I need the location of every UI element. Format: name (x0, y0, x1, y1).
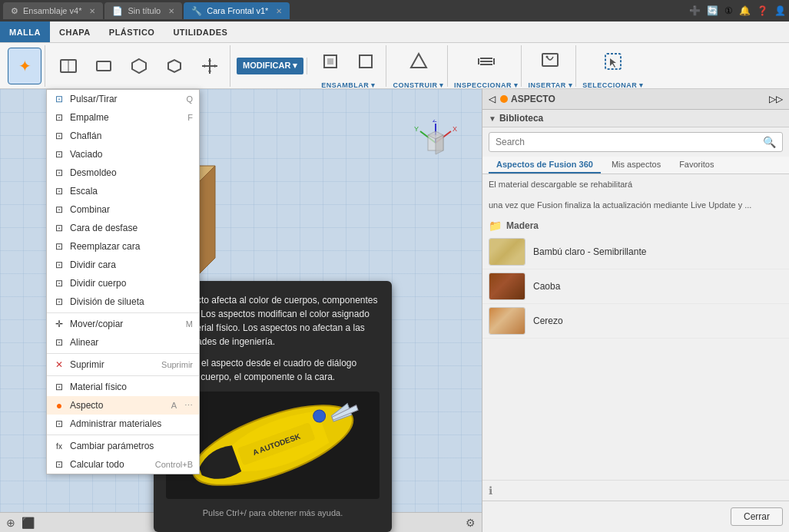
tab-favoritos[interactable]: Favoritos (671, 157, 721, 173)
status-btn-1[interactable]: ⊕ (6, 517, 15, 529)
material-name-cerezo: Cerezo (533, 316, 563, 326)
refresh-icon[interactable]: 🔄 (707, 5, 718, 16)
tab-fusion360[interactable]: Aspectos de Fusion 360 (489, 157, 601, 173)
dropdown-item-calcular-todo[interactable]: ⊡ Calcular todo Control+B (47, 455, 199, 474)
tool-btn-2[interactable] (87, 48, 121, 84)
dropdown-item-administrar-materiales[interactable]: ⊡ Administrar materiales (47, 415, 199, 433)
material-category-madera[interactable]: 📁 Madera (482, 216, 789, 235)
ensamblar-wrap: ENSAMBLAR ▾ (313, 43, 383, 89)
user-count-icon[interactable]: ① (724, 5, 733, 16)
insertar-label: INSERTAR ▾ (528, 81, 572, 89)
suprimir-shortcut: Suprimir (161, 360, 193, 369)
dropdown-item-vaciado[interactable]: ⊡ Vaciado (47, 145, 199, 164)
caoba-texture (489, 273, 525, 299)
svg-rect-11 (327, 58, 333, 64)
tool-btn-4[interactable] (157, 48, 191, 84)
help-icon[interactable]: ❓ (757, 5, 768, 16)
dropdown-item-chaflan[interactable]: ⊡ Chaflán (47, 127, 199, 145)
menu-utilidades[interactable]: UTILIDADES (164, 21, 237, 42)
dropdown-item-escala[interactable]: ⊡ Escala (47, 182, 199, 200)
dropdown-item-pulsar-tirar[interactable]: ⊡ Pulsar/Tirar Q (47, 90, 199, 108)
toolbar-section-insertar: INSERTAR ▾ (525, 45, 576, 87)
toolbar-section-shape (48, 45, 230, 87)
aspecto-dot-icon (500, 95, 508, 103)
material-fisico-icon: ⊡ (53, 381, 65, 393)
division-silueta-icon: ⊡ (53, 296, 65, 308)
tool-btn-inspeccionar[interactable] (469, 43, 503, 80)
search-icon[interactable]: 🔍 (757, 133, 782, 151)
pulsar-tirar-shortcut: Q (186, 94, 193, 104)
dropdown-item-dividir-cuerpo[interactable]: ⊡ Dividir cuerpo (47, 274, 199, 292)
dropdown-item-cambiar-parametros[interactable]: fx Cambiar parámetros (47, 437, 199, 455)
tab-cara-frontal[interactable]: 🔧 Cara Frontal v1* ✕ (184, 2, 290, 19)
tool-btn-seleccionar[interactable] (596, 43, 630, 80)
dropdown-item-mover-copiar[interactable]: ✛ Mover/copiar M (47, 315, 199, 333)
cerezo-texture (489, 308, 525, 334)
user-icon[interactable]: 👤 (774, 5, 786, 16)
tab-sin-titulo[interactable]: 📄 Sin título ✕ (104, 2, 182, 19)
menu-chapa[interactable]: CHAPA (50, 21, 100, 42)
tool-btn-move[interactable] (193, 48, 227, 84)
tool-btn-1[interactable] (51, 48, 85, 84)
tool-btn-ensamblar-1[interactable] (313, 43, 347, 80)
tool-btn-ensamblar-2[interactable] (349, 43, 383, 80)
move-icon (201, 57, 219, 75)
dropdown-item-dividir-cara[interactable]: ⊡ Dividir cara (47, 256, 199, 274)
mover-copiar-label: Mover/copiar (70, 319, 123, 329)
cambiar-parametros-icon: fx (53, 440, 65, 452)
search-input[interactable] (489, 134, 757, 150)
tool-btn-construir[interactable] (402, 43, 436, 80)
library-section-header[interactable]: ▼ Biblioteca (482, 110, 789, 127)
status-gear-icon[interactable]: ⚙ (466, 517, 476, 529)
material-item-bambu[interactable]: Bambú claro - Semibrillante (482, 235, 789, 269)
add-tab-icon[interactable]: ➕ (689, 5, 701, 16)
modificar-button[interactable]: MODIFICAR ▾ (237, 58, 303, 74)
tab-close-ensamblaje[interactable]: ✕ (89, 7, 95, 15)
tool-btn-home[interactable]: ✦ (8, 48, 41, 84)
panel-scroll-container[interactable]: El material descargable se rehabilitará … (482, 174, 789, 480)
dropdown-item-suprimir[interactable]: ✕ Suprimir Suprimir (47, 355, 199, 374)
tab-close-sin-titulo[interactable]: ✕ (168, 7, 174, 15)
tool-btn-insertar[interactable] (533, 43, 567, 80)
dropdown-item-desmoldeo[interactable]: ⊡ Desmoldeo (47, 164, 199, 182)
info-text-1: El material descargable se rehabilitará (482, 174, 789, 195)
empalme-icon: ⊡ (53, 111, 65, 124)
dropdown-item-empalme[interactable]: ⊡ Empalme F (47, 108, 199, 127)
material-name-caoba: Caoba (533, 281, 560, 292)
dropdown-item-alinear[interactable]: ⊡ Alinear (47, 333, 199, 352)
material-item-caoba[interactable]: Caoba (482, 269, 789, 304)
material-item-cerezo[interactable]: Cerezo (482, 304, 789, 339)
vaciado-icon: ⊡ (53, 148, 65, 160)
dropdown-item-aspecto[interactable]: ● Aspecto A ⋯ (47, 396, 199, 415)
tab-mis-aspectos[interactable]: Mis aspectos (604, 157, 668, 173)
panel-collapse-btn[interactable]: ◁ (489, 94, 496, 104)
suprimir-icon: ✕ (53, 359, 65, 371)
dropdown-item-cara-desfase[interactable]: ⊡ Cara de desfase (47, 219, 199, 237)
toolbar-section-construir: CONSTRUIR ▾ (390, 45, 448, 87)
inspeccionar-label: INSPECCIONAR ▾ (454, 81, 519, 89)
inspeccionar-wrap: INSPECCIONAR ▾ (454, 43, 519, 89)
svg-marker-13 (411, 54, 426, 68)
escala-label: Escala (70, 186, 98, 197)
cerrar-button[interactable]: Cerrar (731, 507, 783, 526)
tool-btn-3[interactable] (122, 48, 156, 84)
dropdown-item-combinar[interactable]: ⊡ Combinar (47, 200, 199, 219)
aspecto-options-icon[interactable]: ⋯ (184, 401, 193, 411)
construir-label: CONSTRUIR ▾ (393, 81, 444, 89)
shape-icon-3 (130, 57, 148, 75)
notification-icon[interactable]: 🔔 (739, 5, 751, 16)
tab-ensamblaje[interactable]: ⚙ Ensamblaje v4* ✕ (3, 2, 103, 19)
seleccionar-icon (604, 52, 622, 71)
panel-tab-row: Aspectos de Fusion 360 Mis aspectos Favo… (482, 157, 789, 174)
panel-expand-btn[interactable]: ▷▷ (769, 94, 783, 104)
menu-plastico[interactable]: PLÁSTICO (100, 21, 164, 42)
chaflan-icon: ⊡ (53, 130, 65, 142)
dropdown-item-division-silueta[interactable]: ⊡ División de silueta (47, 292, 199, 311)
dropdown-item-reemplazar-cara[interactable]: ⊡ Reemplazar cara (47, 237, 199, 256)
status-btn-2[interactable]: ⬛ (22, 517, 35, 529)
separator-4 (47, 435, 199, 435)
menu-malla[interactable]: MALLA (0, 21, 50, 42)
tab-close-cara-frontal[interactable]: ✕ (276, 7, 282, 15)
dropdown-item-material-fisico[interactable]: ⊡ Material físico (47, 378, 199, 396)
library-arrow-icon: ▼ (489, 114, 496, 123)
